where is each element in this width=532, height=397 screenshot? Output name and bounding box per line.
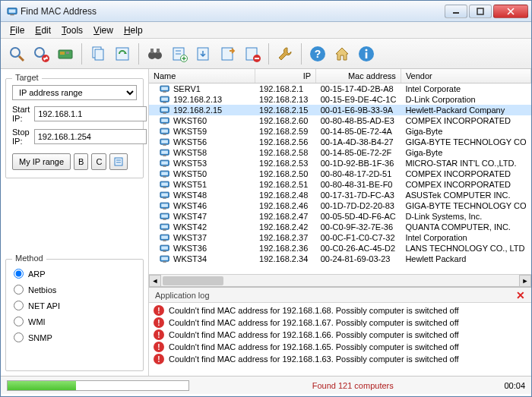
- cell-mac: 00-1D-7D-D2-20-83: [316, 200, 401, 211]
- about-button[interactable]: [355, 43, 378, 65]
- table-row[interactable]: WKST51192.168.2.5100-80-48-31-BE-F0COMPE…: [149, 179, 531, 190]
- class-c-button[interactable]: C: [91, 153, 106, 170]
- cell-name: WKST37: [149, 232, 255, 243]
- cell-name: WKST60: [149, 115, 255, 126]
- svg-rect-59: [161, 140, 168, 143]
- svg-rect-57: [163, 134, 166, 135]
- menu-edit[interactable]: Edit: [30, 24, 55, 37]
- log-entry: !Couldn't find MAC address for 192.168.1…: [152, 317, 528, 329]
- svg-rect-71: [161, 182, 168, 185]
- results-table[interactable]: Name IP Mac address Vendor SERV1192.168.…: [149, 69, 531, 264]
- method-radio-wmi[interactable]: WMI: [14, 317, 135, 326]
- svg-rect-1: [9, 9, 16, 12]
- cell-vendor: Intel Corporate: [401, 83, 530, 95]
- cell-mac: 00-24-81-69-03-23: [316, 254, 401, 264]
- table-row[interactable]: WKST56192.168.2.5600-1A-4D-38-B4-27GIGA-…: [149, 137, 531, 147]
- table-row[interactable]: WKST59192.168.2.5900-14-85-0E-72-4AGiga-…: [149, 126, 531, 137]
- method-radio-snmp[interactable]: SNMP: [14, 332, 135, 342]
- method-radio-net-api[interactable]: NET API: [14, 301, 135, 310]
- error-icon: !: [154, 354, 164, 364]
- wrench-icon: [276, 45, 294, 63]
- method-radio-netbios[interactable]: Netbios: [14, 285, 135, 295]
- horizontal-scrollbar[interactable]: ◄ ►: [149, 274, 531, 286]
- start-ip-input[interactable]: [34, 106, 147, 121]
- table-row[interactable]: WKST46192.168.2.4600-1D-7D-D2-20-83GIGA-…: [149, 200, 531, 211]
- target-mode-select[interactable]: IP address range: [12, 85, 137, 100]
- scroll-thumb[interactable]: [163, 276, 223, 285]
- svg-rect-62: [161, 150, 168, 153]
- svg-rect-86: [161, 235, 168, 238]
- table-row[interactable]: 192.168.2.15192.168.2.1500-01-E6-9B-33-9…: [149, 105, 531, 115]
- cell-name: WKST51: [149, 179, 255, 190]
- delete-button[interactable]: [241, 43, 264, 65]
- table-row[interactable]: WKST60192.168.2.6000-80-48-B5-AD-E3COMPE…: [149, 115, 531, 126]
- cell-mac: 00-1A-4D-38-B4-27: [316, 137, 401, 147]
- stop-ip-input[interactable]: [34, 129, 147, 144]
- cell-mac: 00-05-5D-4D-F6-AC: [316, 211, 401, 222]
- cell-name: WKST42: [149, 222, 255, 232]
- menu-help[interactable]: Help: [119, 24, 147, 37]
- col-mac[interactable]: Mac address: [316, 69, 401, 83]
- home-button[interactable]: [331, 43, 353, 65]
- scroll-right-arrow[interactable]: ►: [519, 275, 531, 287]
- menu-file[interactable]: File: [5, 24, 29, 37]
- search-button[interactable]: [5, 43, 28, 65]
- col-vendor[interactable]: Vendor: [401, 69, 530, 83]
- copy-button[interactable]: [87, 43, 109, 65]
- cell-mac: 00-C0-9F-32-7E-36: [316, 222, 401, 232]
- svg-rect-50: [161, 108, 168, 111]
- export-button[interactable]: [217, 43, 239, 65]
- start-ip-label: Start IP:: [12, 105, 30, 123]
- cell-name: WKST36: [149, 243, 255, 254]
- log-close-button[interactable]: ✕: [516, 289, 525, 301]
- table-row[interactable]: WKST36192.168.2.3600-C0-26-AC-45-D2LANS …: [149, 243, 531, 254]
- svg-rect-74: [161, 193, 168, 196]
- table-row[interactable]: WKST47192.168.2.4700-05-5D-4D-F6-ACD-Lin…: [149, 211, 531, 222]
- method-radio-arp[interactable]: ARP: [14, 269, 135, 279]
- close-button[interactable]: [493, 5, 528, 18]
- table-row[interactable]: WKST34192.168.2.3400-24-81-69-03-23Hewle…: [149, 254, 531, 264]
- progress-bar: [7, 380, 189, 391]
- scroll-left-arrow[interactable]: ◄: [149, 275, 161, 287]
- menu-view[interactable]: View: [89, 24, 118, 37]
- find-button[interactable]: [144, 43, 166, 65]
- table-row[interactable]: WKST37192.168.2.3700-0C-F1-C0-C7-32Intel…: [149, 232, 531, 243]
- svg-rect-87: [163, 240, 166, 241]
- col-ip[interactable]: IP: [255, 69, 316, 83]
- minimize-button[interactable]: [445, 5, 467, 18]
- cell-name: SERV1: [149, 83, 255, 94]
- svg-rect-23: [157, 49, 160, 53]
- maximize-button[interactable]: [469, 5, 492, 18]
- table-row[interactable]: WKST50192.168.2.5000-80-48-17-2D-51COMPE…: [149, 169, 531, 179]
- table-row[interactable]: WKST53192.168.2.5300-1D-92-BB-1F-36MICRO…: [149, 158, 531, 169]
- svg-rect-84: [163, 229, 166, 231]
- table-row[interactable]: WKST42192.168.2.4200-C0-9F-32-7E-36QUANT…: [149, 222, 531, 232]
- my-ip-range-button[interactable]: My IP range: [12, 153, 71, 170]
- table-row[interactable]: WKST58192.168.2.5800-14-85-0E-72-2FGiga-…: [149, 147, 531, 158]
- target-list-button[interactable]: [109, 153, 128, 170]
- new-list-button[interactable]: [168, 43, 191, 65]
- cell-name: 192.168.2.13: [149, 94, 255, 105]
- table-row[interactable]: WKST48192.168.2.4800-17-31-7D-FC-A3ASUST…: [149, 190, 531, 200]
- cell-vendor: Giga-Byte: [401, 126, 530, 137]
- refresh-button[interactable]: [111, 43, 134, 65]
- nic-button[interactable]: [54, 43, 77, 65]
- svg-rect-60: [163, 144, 166, 146]
- table-row[interactable]: SERV1192.168.2.100-15-17-4D-2B-A8Intel C…: [149, 83, 531, 95]
- log-body[interactable]: !Couldn't find MAC address for 192.168.1…: [149, 303, 531, 376]
- settings-button[interactable]: [274, 43, 296, 65]
- class-b-button[interactable]: B: [74, 153, 88, 170]
- svg-rect-77: [161, 203, 168, 206]
- cell-name: 192.168.2.15: [149, 105, 255, 115]
- help-button[interactable]: ?: [306, 43, 329, 65]
- menubar: File Edit Tools View Help: [1, 22, 531, 39]
- svg-rect-69: [163, 176, 166, 178]
- col-name[interactable]: Name: [149, 69, 255, 83]
- menu-tools[interactable]: Tools: [57, 24, 87, 37]
- list-icon: [114, 157, 123, 166]
- svg-rect-75: [163, 197, 166, 199]
- stop-search-button[interactable]: [30, 43, 52, 65]
- save-list-button[interactable]: [192, 43, 215, 65]
- cell-vendor: Intel Corporation: [401, 232, 530, 243]
- table-row[interactable]: 192.168.2.13192.168.2.1300-15-E9-DE-4C-1…: [149, 94, 531, 105]
